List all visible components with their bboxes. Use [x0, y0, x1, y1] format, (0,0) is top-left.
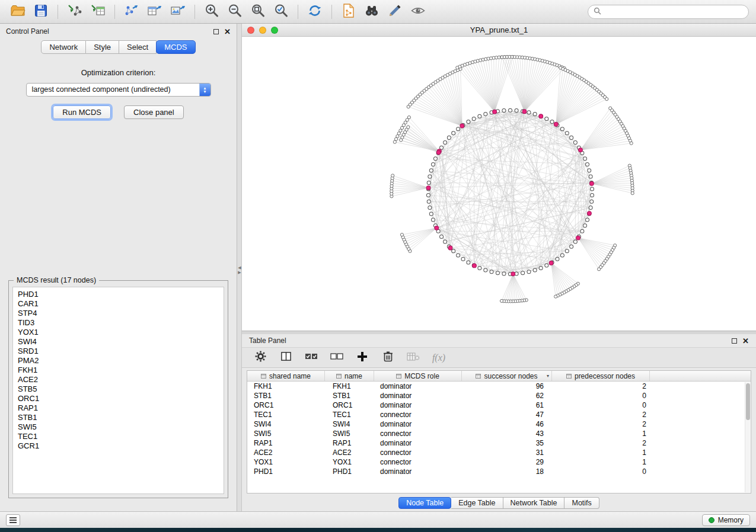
- network-graph[interactable]: [242, 37, 756, 332]
- table-cell[interactable]: 2: [552, 382, 650, 390]
- table-row[interactable]: FKH1FKH1dominator962: [247, 382, 751, 391]
- table-cell[interactable]: STB1: [325, 392, 374, 400]
- close-panel-icon[interactable]: ✕: [224, 28, 231, 36]
- memory-button[interactable]: Memory: [702, 514, 750, 526]
- table-cell[interactable]: 1: [552, 448, 650, 457]
- table-cell[interactable]: connector: [374, 458, 462, 466]
- mcds-result-item[interactable]: YOX1: [13, 328, 224, 337]
- table-cell[interactable]: PHD1: [247, 467, 325, 476]
- add-column-button[interactable]: [355, 350, 370, 366]
- table-cell[interactable]: dominator: [374, 401, 462, 409]
- table-cell[interactable]: STB1: [247, 392, 325, 400]
- table-row[interactable]: PHD1PHD1dominator180: [247, 467, 751, 476]
- show-columns-button[interactable]: [278, 350, 294, 366]
- import-table-button[interactable]: [87, 2, 109, 21]
- status-menu-button[interactable]: [6, 514, 20, 526]
- table-cell[interactable]: dominator: [374, 420, 462, 428]
- tab-style[interactable]: Style: [86, 40, 119, 54]
- mcds-result-item[interactable]: STB5: [13, 384, 224, 394]
- find-button[interactable]: [361, 2, 382, 21]
- table-cell[interactable]: PHD1: [325, 467, 374, 476]
- minimize-window-icon[interactable]: [259, 27, 266, 34]
- float-table-panel-icon[interactable]: [732, 338, 737, 344]
- table-row[interactable]: TEC1TEC1connector472: [247, 410, 751, 419]
- select-all-button[interactable]: [304, 350, 319, 366]
- paintbrush-button[interactable]: [384, 2, 406, 21]
- sort-arrow-icon[interactable]: ▾: [547, 373, 549, 379]
- float-panel-icon[interactable]: [213, 29, 219, 34]
- import-network-button[interactable]: [64, 2, 85, 21]
- table-cell[interactable]: SWI4: [325, 420, 374, 428]
- column-header-successor-nodes[interactable]: successor nodes▾: [462, 371, 552, 381]
- table-cell[interactable]: connector: [374, 448, 462, 457]
- optimization-criterion-select[interactable]: largest connected component (undirected)…: [26, 83, 211, 97]
- table-row[interactable]: STB1STB1dominator620: [247, 391, 751, 400]
- mcds-result-item[interactable]: GCR1: [13, 441, 224, 451]
- table-cell[interactable]: ACE2: [325, 448, 374, 457]
- close-table-panel-icon[interactable]: ✕: [742, 337, 749, 345]
- show-hide-details-button[interactable]: [407, 2, 429, 21]
- mcds-result-item[interactable]: PMA2: [13, 356, 224, 366]
- table-row[interactable]: SWI5SWI5connector431: [247, 429, 751, 438]
- close-panel-button[interactable]: Close panel: [124, 105, 184, 119]
- tab-select[interactable]: Select: [119, 40, 157, 54]
- mcds-result-item[interactable]: STP4: [13, 309, 224, 318]
- zoom-in-button[interactable]: [201, 2, 222, 21]
- table-cell[interactable]: dominator: [374, 382, 462, 390]
- tab-edge-table[interactable]: Edge Table: [451, 497, 503, 509]
- save-session-button[interactable]: [30, 2, 52, 21]
- table-cell[interactable]: FKH1: [325, 382, 374, 390]
- mcds-result-item[interactable]: TID3: [13, 318, 224, 328]
- tab-mcds[interactable]: MCDS: [156, 40, 195, 54]
- table-cell[interactable]: YOX1: [325, 458, 374, 466]
- table-cell[interactable]: 35: [462, 439, 552, 447]
- table-cell[interactable]: FKH1: [247, 382, 325, 390]
- mcds-result-list[interactable]: PHD1CAR1STP4TID3YOX1SWI4SRD1PMA2FKH1ACE2…: [12, 287, 224, 494]
- maximize-window-icon[interactable]: [271, 27, 278, 34]
- zoom-fit-button[interactable]: [247, 2, 269, 21]
- tab-motifs[interactable]: Motifs: [564, 497, 599, 509]
- mcds-result-item[interactable]: TEC1: [13, 432, 224, 441]
- table-cell[interactable]: SWI5: [247, 430, 325, 438]
- table-cell[interactable]: 1: [552, 458, 650, 466]
- table-row[interactable]: ACE2ACE2connector311: [247, 448, 751, 457]
- mcds-result-item[interactable]: ACE2: [13, 375, 224, 384]
- export-table-button[interactable]: [144, 2, 165, 21]
- deselect-all-button[interactable]: [329, 350, 344, 366]
- table-cell[interactable]: TEC1: [325, 411, 374, 419]
- table-cell[interactable]: 61: [462, 401, 552, 409]
- table-cell[interactable]: connector: [374, 411, 462, 419]
- table-cell[interactable]: 96: [462, 382, 552, 390]
- splitter-collapse-icons[interactable]: ◀▶: [237, 265, 242, 275]
- table-cell[interactable]: 1: [552, 430, 650, 438]
- table-cell[interactable]: 62: [462, 392, 552, 400]
- table-scrollbar[interactable]: [745, 382, 750, 492]
- table-cell[interactable]: SWI4: [247, 420, 325, 428]
- zoom-selected-button[interactable]: [270, 2, 292, 21]
- column-header-mcds-role[interactable]: MCDS role: [374, 371, 462, 381]
- mcds-result-item[interactable]: SWI4: [13, 337, 224, 347]
- table-cell[interactable]: TEC1: [247, 411, 325, 419]
- table-cell[interactable]: 47: [462, 411, 552, 419]
- mcds-result-item[interactable]: STB1: [13, 413, 224, 422]
- run-mcds-button[interactable]: Run MCDS: [53, 105, 111, 119]
- table-cell[interactable]: ACE2: [247, 448, 325, 457]
- table-cell[interactable]: dominator: [374, 467, 462, 476]
- table-cell[interactable]: 0: [552, 401, 650, 409]
- table-cell[interactable]: 43: [462, 430, 552, 438]
- table-cell[interactable]: RAP1: [325, 439, 374, 447]
- network-view[interactable]: [242, 37, 756, 331]
- mcds-result-item[interactable]: ORC1: [13, 394, 224, 403]
- table-cell[interactable]: dominator: [374, 392, 462, 400]
- table-row[interactable]: YOX1YOX1connector291: [247, 457, 751, 467]
- table-cell[interactable]: 0: [552, 467, 650, 476]
- table-row[interactable]: RAP1RAP1dominator352: [247, 438, 751, 448]
- tab-node-table[interactable]: Node Table: [398, 497, 451, 509]
- close-window-icon[interactable]: [247, 27, 254, 34]
- delete-column-button[interactable]: [380, 350, 395, 366]
- table-cell[interactable]: SWI5: [325, 430, 374, 438]
- table-settings-button[interactable]: [253, 350, 268, 366]
- table-row[interactable]: ORC1ORC1dominator610: [247, 400, 751, 410]
- tab-network-table[interactable]: Network Table: [503, 497, 565, 509]
- mcds-result-item[interactable]: RAP1: [13, 403, 224, 413]
